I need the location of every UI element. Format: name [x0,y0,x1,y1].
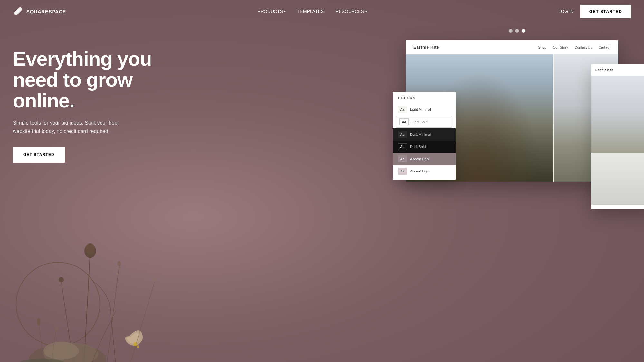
nav-get-started-button[interactable]: GET STARTED [580,5,631,18]
color-label-dark-minimal: Dark Minimal [410,133,431,136]
squarespace-logo-icon [13,6,23,16]
svg-point-9 [43,343,98,362]
color-swatch-light-minimal: Aa [398,106,407,113]
color-option-accent-dark[interactable]: Aa Accent Dark [393,153,456,165]
svg-point-2 [84,244,96,258]
svg-point-12 [37,318,40,326]
window-dots [509,29,525,33]
colors-panel-header: COLORS [393,92,456,103]
svg-point-14 [55,325,58,332]
svg-line-15 [129,282,155,362]
resources-chevron-icon: ▾ [365,10,367,13]
dot-3 [522,29,525,33]
svg-line-11 [39,323,45,362]
color-label-accent-light: Accent Light [410,169,430,173]
svg-line-4 [61,282,74,362]
mobile-preview-nav: Earthie Kits [591,64,644,76]
site-nav-cart: Cart (0) [599,45,610,49]
color-label-light-minimal: Light Minimal [410,107,431,111]
color-option-light-bold[interactable]: Aa Light Bold [396,116,452,128]
demo-ui-area: Earthie Kits Shop Our Story Contact Us C… [393,23,644,362]
svg-point-16 [153,278,156,282]
color-label-dark-bold: Dark Bold [410,145,426,149]
logo-link[interactable]: SQUARESPACE [13,6,66,16]
svg-point-7 [117,261,121,266]
site-nav-contact: Contact Us [574,45,592,49]
color-option-dark-minimal[interactable]: Aa Dark Minimal [393,128,456,141]
site-preview-nav-links: Shop Our Story Contact Us Cart (0) [538,45,610,49]
mobile-preview-image-top [591,76,644,153]
hero-section: Everything you need to grow online. Simp… [0,23,644,362]
hero-subtext: Simple tools for your big ideas. Start y… [13,119,135,135]
svg-point-3 [86,243,95,255]
hero-headline: Everything you need to grow online. [13,48,180,111]
svg-point-5 [59,277,64,282]
color-option-accent-light[interactable]: Aa Accent Light [393,165,456,177]
site-preview-brand: Earthie Kits [413,45,439,50]
logo-text: SQUARESPACE [26,9,66,14]
dot-1 [509,29,513,33]
mobile-preview-image-bottom [591,153,644,205]
color-swatch-light-bold: Aa [399,118,409,125]
svg-point-18 [137,345,139,348]
products-chevron-icon: ▾ [284,10,286,13]
nav-right: LOG IN GET STARTED [558,5,631,18]
navigation: SQUARESPACE PRODUCTS ▾ TEMPLATES RESOURC… [0,0,644,23]
hero-text-block: Everything you need to grow online. Simp… [13,42,180,163]
login-link[interactable]: LOG IN [558,9,573,14]
color-swatch-accent-light: Aa [398,168,407,175]
svg-line-1 [84,253,90,362]
svg-point-10 [43,342,79,360]
nav-center: PRODUCTS ▾ TEMPLATES RESOURCES ▾ [257,9,367,14]
svg-line-6 [106,265,119,362]
hero-get-started-button[interactable]: GET STARTED [13,147,65,163]
svg-point-0 [16,262,100,346]
color-swatch-accent-dark: Aa [398,155,407,162]
mobile-preview: Earthie Kits [591,64,644,209]
nav-templates[interactable]: TEMPLATES [297,9,324,14]
botanical-svg [0,169,219,362]
site-nav-story: Our Story [553,45,568,49]
color-label-accent-dark: Accent Dark [410,157,429,161]
color-label-light-bold: Light Bold [412,120,428,124]
nav-products[interactable]: PRODUCTS ▾ [257,9,286,14]
botanical-plants-overlay [0,169,226,362]
colors-panel: COLORS Aa Light Minimal Aa Light Bold Aa… [393,92,456,180]
color-swatch-dark-bold: Aa [398,143,407,150]
svg-line-13 [50,330,56,362]
nav-resources[interactable]: RESOURCES ▾ [335,9,367,14]
color-option-dark-bold[interactable]: Aa Dark Bold [393,141,456,153]
svg-point-8 [29,344,106,362]
svg-point-19 [16,359,68,362]
mobile-preview-brand: Earthie Kits [595,68,613,72]
color-swatch-dark-minimal: Aa [398,131,407,138]
dot-2 [515,29,519,33]
svg-point-17 [133,342,137,346]
site-nav-shop: Shop [538,45,547,49]
site-preview-nav: Earthie Kits Shop Our Story Contact Us C… [406,40,618,54]
color-option-light-minimal[interactable]: Aa Light Minimal [393,103,456,116]
